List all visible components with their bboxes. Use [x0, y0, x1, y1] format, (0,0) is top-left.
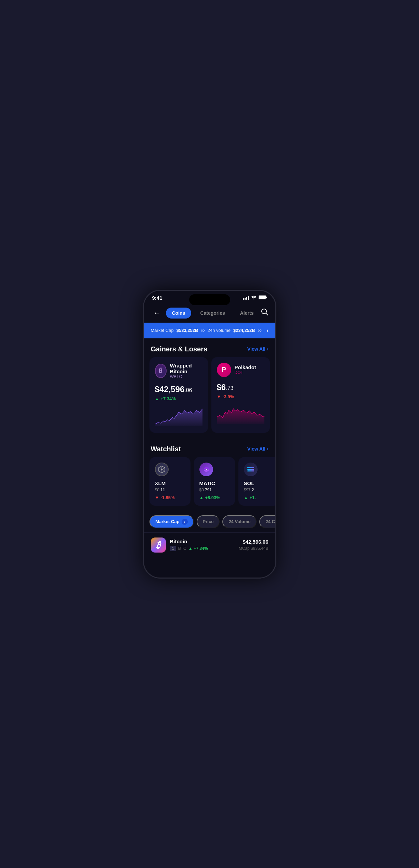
- battery-icon: [259, 295, 267, 300]
- matic-symbol: MATIC: [199, 480, 230, 486]
- nav-bar: ← Coins Categories Alerts: [144, 303, 275, 323]
- svg-rect-1: [259, 296, 266, 299]
- tab-alerts[interactable]: Alerts: [234, 308, 260, 319]
- xlm-card[interactable]: XLM $0.11 -1.85%: [149, 457, 191, 506]
- search-button[interactable]: [261, 308, 269, 318]
- sol-up-icon: [244, 495, 248, 500]
- sort-change-button[interactable]: 24 Change: [259, 515, 275, 528]
- dynamic-island: [189, 294, 230, 305]
- wbtc-chart: [155, 405, 202, 426]
- dot-change: -3.9%: [217, 394, 264, 399]
- sol-price: $97,2: [244, 488, 274, 492]
- nav-tabs: Coins Categories Alerts: [166, 308, 260, 319]
- xlm-price: $0.11: [155, 488, 185, 492]
- dot-card[interactable]: P Polkadot DOT $6.73 -3.9%: [211, 357, 270, 433]
- tab-categories[interactable]: Categories: [194, 308, 231, 319]
- sort-volume-button[interactable]: 24 Volume: [222, 515, 257, 528]
- matic-up-icon: [199, 495, 204, 500]
- dot-symbol: DOT: [235, 370, 256, 375]
- btc-symbol: BTC: [178, 546, 186, 551]
- gainers-grid: ₿ Wrapped Bitcoin WBTC $42,596.06 +7.34%: [144, 357, 275, 438]
- tab-coins[interactable]: Coins: [166, 308, 192, 319]
- wifi-icon: [251, 295, 257, 300]
- svg-line-4: [266, 313, 268, 315]
- watchlist-view-all[interactable]: View All ›: [247, 446, 269, 452]
- btc-change-small: +7.34%: [188, 546, 208, 551]
- matic-price: $0.791: [199, 488, 230, 492]
- xlm-logo: [155, 463, 169, 476]
- back-button[interactable]: ←: [151, 308, 163, 318]
- xlm-down-icon: [155, 495, 159, 500]
- xlm-symbol: XLM: [155, 480, 185, 486]
- bitcoin-list-item[interactable]: ₿ Bitcoin 1 BTC +7.34% $42,596.06 MCap $…: [144, 532, 275, 557]
- signal-icon: [243, 296, 249, 300]
- matic-logo: [199, 463, 213, 476]
- sol-symbol: SOL: [244, 480, 274, 486]
- watchlist-section-header: Watchlist View All ›: [144, 438, 275, 457]
- sol-logo: [244, 463, 258, 476]
- wbtc-change: +7.34%: [155, 396, 202, 401]
- matic-change: +8.93%: [199, 495, 230, 500]
- sort-bar: Market Cap ↓ Price 24 Volume 24 Change: [144, 511, 275, 532]
- status-icons: [243, 295, 267, 300]
- wbtc-card[interactable]: ₿ Wrapped Bitcoin WBTC $42,596.06 +7.34%: [149, 357, 208, 433]
- matic-card[interactable]: MATIC $0.791 +8.93%: [194, 457, 235, 506]
- sol-change: +1.: [244, 495, 274, 500]
- gainers-title: Gainers & Losers: [151, 345, 208, 353]
- dot-logo: P: [217, 363, 231, 377]
- volume-value: $234,252B: [233, 328, 255, 333]
- gainers-section-header: Gainers & Losers View All ›: [144, 338, 275, 357]
- watchlist-title: Watchlist: [151, 445, 181, 453]
- volume-label: 24h volume: [208, 328, 231, 333]
- market-cap-value: $533,252B: [176, 328, 198, 333]
- wbtc-logo: ₿: [155, 364, 167, 378]
- btc-up-icon: [188, 546, 193, 551]
- sol-card[interactable]: SOL $97,2 +1.: [238, 457, 275, 506]
- down-arrow-icon: [217, 394, 221, 399]
- svg-point-9: [206, 469, 207, 470]
- sort-arrow-icon: ↓: [182, 519, 188, 525]
- watchlist-scroll: XLM $0.11 -1.85% MATIC: [144, 457, 275, 511]
- xlm-change: -1.85%: [155, 495, 185, 500]
- banner-arrow: ›: [266, 327, 268, 334]
- btc-rank: 1: [170, 546, 176, 551]
- btc-mcap: MCap $835.44B: [239, 546, 269, 551]
- btc-price: $42,596.06: [239, 539, 269, 545]
- market-cap-label: Market Cap: [151, 328, 174, 333]
- up-arrow-icon: [155, 396, 159, 401]
- svg-rect-2: [266, 297, 267, 298]
- btc-logo: ₿: [151, 537, 166, 553]
- chain-icon-1: ∞: [201, 327, 205, 334]
- dot-name: Polkadot: [235, 364, 256, 370]
- wbtc-name: Wrapped Bitcoin: [170, 363, 202, 374]
- btc-name: Bitcoin: [170, 539, 235, 544]
- wbtc-price: $42,596.06: [155, 385, 202, 394]
- wbtc-symbol: WBTC: [170, 374, 202, 379]
- dot-chart: [217, 403, 264, 424]
- gainers-view-all[interactable]: View All ›: [247, 346, 269, 352]
- sort-marketcap-button[interactable]: Market Cap ↓: [149, 515, 194, 528]
- dot-price: $6.73: [217, 383, 264, 392]
- chain-icon-2: ∞: [258, 327, 262, 334]
- status-time: 9:41: [152, 295, 162, 301]
- market-banner[interactable]: Market Cap $533,252B ∞ 24h volume $234,2…: [144, 323, 275, 338]
- sort-price-button[interactable]: Price: [197, 515, 220, 528]
